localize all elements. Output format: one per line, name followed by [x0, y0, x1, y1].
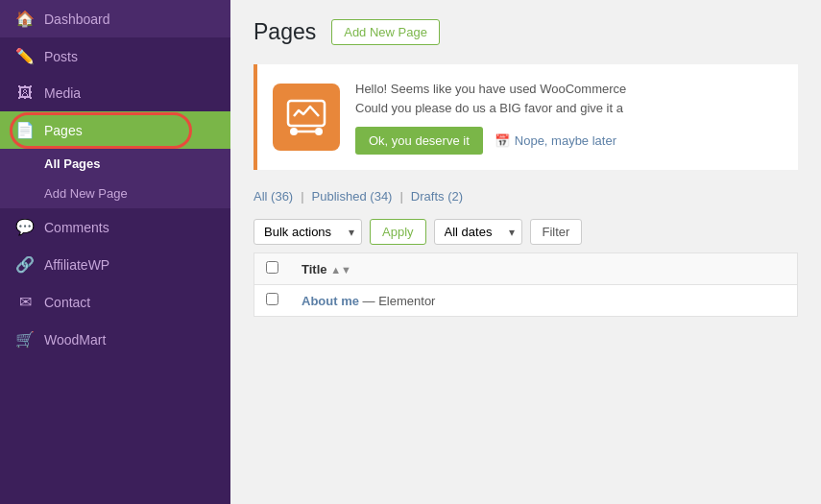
- select-all-checkbox[interactable]: [266, 261, 278, 274]
- sidebar-item-posts[interactable]: ✏️ Posts: [0, 37, 230, 75]
- bulk-actions-dropdown[interactable]: Bulk actions: [254, 219, 362, 245]
- all-pages-label: All Pages: [44, 156, 101, 171]
- sidebar-item-woodmart[interactable]: 🛒 WoodMart: [0, 321, 230, 358]
- contact-icon: ✉: [15, 293, 35, 311]
- page-title: Pages: [254, 19, 316, 45]
- all-dates-wrapper: All dates: [434, 219, 522, 245]
- header-title-col: Title ▲▼: [290, 253, 798, 285]
- sidebar-item-label: Media: [44, 85, 81, 101]
- sidebar-item-contact[interactable]: ✉ Contact: [0, 283, 230, 321]
- sidebar-subitem-all-pages[interactable]: All Pages: [0, 149, 230, 179]
- dashboard-icon: 🏠: [15, 10, 35, 28]
- posts-icon: ✏️: [15, 47, 35, 65]
- media-icon: 🖼: [15, 84, 35, 102]
- table-header-row: Title ▲▼: [254, 253, 798, 285]
- add-new-page-button[interactable]: Add New Page: [331, 19, 440, 45]
- maybe-later-link[interactable]: 📅 Nope, maybe later: [495, 133, 616, 148]
- filter-drafts-link[interactable]: Drafts (2): [411, 189, 463, 204]
- filter-button[interactable]: Filter: [530, 219, 583, 245]
- pages-table: Title ▲▼ About me — Elementor: [254, 252, 798, 317]
- sidebar-item-label: Comments: [44, 220, 109, 235]
- add-new-page-label: Add New Page: [44, 186, 128, 201]
- header-checkbox-col: [254, 253, 291, 285]
- table-controls: Bulk actions Apply All dates Filter: [254, 211, 798, 252]
- page-header: Pages Add New Page: [254, 19, 798, 45]
- sidebar-item-label: AffiliateWP: [44, 257, 109, 273]
- filter-sep-1: |: [301, 189, 303, 204]
- main-content: Pages Add New Page Hello! Seems like you…: [230, 0, 821, 504]
- sidebar-item-label: Posts: [44, 49, 78, 64]
- row-title-cell: About me — Elementor: [290, 285, 798, 317]
- sidebar-item-dashboard[interactable]: 🏠 Dashboard: [0, 0, 230, 37]
- sidebar-item-label: WoodMart: [44, 332, 106, 348]
- row-checkbox[interactable]: [266, 293, 278, 305]
- all-dates-dropdown[interactable]: All dates: [434, 219, 522, 245]
- sidebar-subitem-add-new-page[interactable]: Add New Page: [0, 179, 230, 208]
- filter-published-link[interactable]: Published (34): [312, 189, 393, 204]
- woocommerce-notice-icon: [273, 84, 340, 151]
- notice-actions: Ok, you deserve it 📅 Nope, maybe later: [355, 127, 783, 155]
- sidebar-item-pages[interactable]: 📄 Pages: [0, 111, 230, 149]
- svg-rect-0: [288, 101, 325, 126]
- notice-content: Hello! Seems like you have used WooComme…: [355, 80, 783, 155]
- sidebar-item-label: Pages: [44, 123, 83, 138]
- sidebar-item-label: Dashboard: [44, 12, 110, 27]
- filter-bar: All (36) | Published (34) | Drafts (2): [254, 189, 798, 204]
- sidebar: 🏠 Dashboard ✏️ Posts 🖼 Media 📄 Pages All…: [0, 0, 230, 504]
- bulk-actions-wrapper: Bulk actions: [254, 219, 362, 245]
- row-checkbox-cell: [254, 285, 291, 317]
- svg-point-2: [315, 128, 323, 135]
- notice-text: Hello! Seems like you have used WooComme…: [355, 80, 783, 117]
- svg-point-1: [290, 128, 298, 135]
- sidebar-item-affiliatewp[interactable]: 🔗 AffiliateWP: [0, 246, 230, 283]
- page-title-link[interactable]: About me: [302, 294, 363, 308]
- pages-highlight-circle: [10, 112, 192, 149]
- sidebar-sub-pages: All Pages Add New Page: [0, 149, 230, 208]
- apply-button[interactable]: Apply: [370, 219, 426, 245]
- affiliatewp-icon: 🔗: [15, 255, 35, 274]
- filter-all-link[interactable]: All (36): [254, 189, 293, 204]
- ok-deserved-button[interactable]: Ok, you deserve it: [355, 127, 483, 155]
- table-row: About me — Elementor: [254, 285, 798, 317]
- woocommerce-notice: Hello! Seems like you have used WooComme…: [254, 64, 798, 170]
- comments-icon: 💬: [15, 218, 35, 236]
- pages-icon: 📄: [15, 121, 35, 139]
- filter-sep-2: |: [399, 189, 402, 204]
- sort-icon: ▲▼: [330, 264, 351, 276]
- sidebar-item-label: Contact: [44, 295, 90, 310]
- calendar-icon: 📅: [495, 133, 510, 148]
- sidebar-item-media[interactable]: 🖼 Media: [0, 75, 230, 111]
- sidebar-item-comments[interactable]: 💬 Comments: [0, 208, 230, 246]
- woodmart-icon: 🛒: [15, 330, 35, 348]
